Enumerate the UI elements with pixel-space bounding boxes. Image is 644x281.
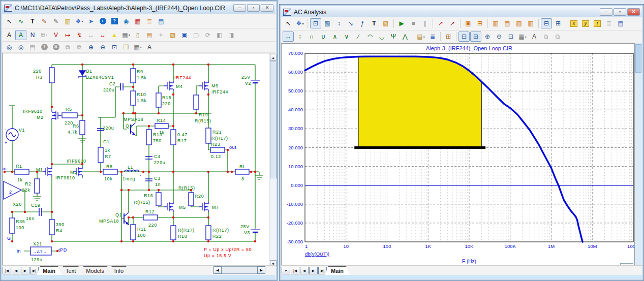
top-curve-button[interactable]: ◠ — [364, 32, 376, 42]
tab-nav-button[interactable]: |◀ — [3, 267, 11, 274]
flag-mode-button[interactable]: ➤ — [85, 16, 97, 26]
tab-models[interactable]: Models — [80, 266, 110, 275]
component-bus-button[interactable]: ▥ — [62, 16, 73, 26]
grid-button[interactable]: ▦▾ — [517, 32, 528, 42]
minimize-button[interactable]: ─ — [233, 4, 246, 12]
help-mode-button[interactable]: ? — [109, 16, 120, 26]
tab-nav-button[interactable]: ▶ — [309, 267, 318, 274]
cursor-left-button[interactable]: ↗ — [435, 18, 446, 28]
node-numbers-button[interactable]: N — [27, 30, 38, 40]
flip-vertical-button[interactable]: ◧ — [214, 30, 225, 40]
maximize-button[interactable]: ▫ — [247, 4, 260, 12]
legend-db-vout[interactable]: db(v(OUT)) — [305, 251, 329, 257]
branch-tree-button[interactable]: ⋀ — [400, 32, 411, 42]
zoom-out-button[interactable]: ⊖ — [494, 32, 505, 42]
properties-button[interactable]: ▧ — [167, 30, 178, 40]
high-button[interactable]: ∧ — [329, 32, 341, 42]
ruler-vertical-button[interactable]: ▥ — [490, 18, 501, 28]
bode-plot[interactable]: 70.00060.00050.00040.00030.00020.00010.0… — [281, 43, 635, 266]
copy-button[interactable]: ⧉▾ — [39, 30, 50, 40]
page-props-button[interactable]: ▤ — [144, 30, 155, 40]
stop-button[interactable]: ■ — [408, 18, 419, 28]
tab-nav-button[interactable]: ◀ — [300, 267, 309, 274]
edit-note-button[interactable]: ▤ — [615, 18, 626, 28]
info-mode-button[interactable]: i — [97, 16, 108, 26]
data-points-button[interactable]: ▣ — [463, 18, 474, 28]
schematic-canvas[interactable]: 220R3D1BZX84C9V1R91.5kIRF244M4M6IRF24425… — [2, 53, 277, 268]
close-button[interactable]: ✕ — [261, 4, 273, 12]
tab-nav-button[interactable]: ▼ — [282, 267, 290, 274]
graphics-mode-button[interactable]: ✎ — [50, 16, 62, 26]
shapes-dropdown-icon[interactable]: ▾ — [81, 19, 83, 23]
text-mode-button[interactable]: T — [27, 16, 38, 26]
fx-mode-button[interactable]: ƒ — [357, 18, 368, 28]
minimize-button[interactable]: ─ — [600, 8, 612, 16]
edit-note-button[interactable]: ▤ — [156, 16, 167, 26]
minus-marks-button[interactable]: ▥ — [525, 18, 536, 28]
text-rows-button[interactable]: ≣ — [144, 16, 155, 26]
text-mode-button[interactable]: T — [369, 18, 380, 28]
grid-button[interactable]: ▦▾ — [120, 30, 132, 40]
tab-main[interactable]: Main — [325, 266, 350, 275]
warning-overlay-button[interactable]: ▲ — [109, 30, 120, 40]
select-box-button[interactable]: ▣ — [179, 30, 190, 40]
wire-mode-button[interactable]: ∿ — [15, 16, 26, 26]
go-to-branch-button[interactable]: ≣ — [603, 18, 615, 28]
clipboard-button[interactable]: ▤▾ — [415, 32, 426, 42]
zoom-100-button[interactable]: ⊡ — [505, 32, 516, 42]
grid-dropdown-icon[interactable]: ▾ — [129, 33, 130, 37]
cascade-button[interactable]: ⧉ — [62, 42, 73, 52]
bottom-curve-button[interactable]: ◡ — [376, 32, 387, 42]
pan-mode-button[interactable]: ↕ — [333, 18, 345, 28]
tile-button[interactable]: ⧉ — [552, 32, 563, 42]
scroll-right-icon[interactable]: ▶ — [257, 266, 265, 274]
cursor-fx-button[interactable]: ƒ — [592, 18, 603, 28]
valley-button[interactable]: ∪ — [318, 32, 329, 42]
plot-vertical-scrollbar[interactable] — [635, 43, 642, 266]
zoom-in-button[interactable]: ⊕ — [482, 32, 493, 42]
shapes-button[interactable]: ❖▾ — [74, 16, 85, 26]
numeric-output-button[interactable]: ≣ — [427, 32, 438, 42]
tab-main[interactable]: Main — [37, 266, 62, 275]
font-button[interactable]: A — [144, 42, 155, 52]
region-box-button[interactable]: ▢ — [191, 30, 202, 40]
scroll-up-icon[interactable]: ▲ — [270, 54, 277, 61]
close-point-button[interactable]: ✕ — [50, 42, 62, 52]
zoom-mode-button[interactable]: ↘ — [345, 18, 356, 28]
clipboard-dropdown-icon[interactable]: ▾ — [423, 35, 425, 39]
find-button[interactable]: ◎ — [4, 42, 15, 52]
tile-button[interactable]: ⧉ — [74, 42, 85, 52]
schematic-vertical-scrollbar[interactable]: ▲ ▼ — [269, 53, 277, 268]
rotate-button[interactable]: ⟳ — [202, 30, 213, 40]
scroll-left-icon[interactable]: ◀ — [213, 266, 222, 274]
page-flip-button[interactable]: ❐ — [120, 42, 132, 52]
tab-nav-button[interactable]: ◀ — [12, 267, 20, 274]
flip-horizontal-button[interactable]: ◨ — [226, 30, 237, 40]
horizontal-scrollbar[interactable]: ◀ ▶ — [213, 266, 265, 274]
tab-info[interactable]: Info — [108, 266, 130, 275]
peak-button[interactable]: ∩ — [306, 32, 317, 42]
cursor-x-button[interactable]: x — [568, 18, 579, 28]
notepad-button[interactable]: ▤ — [27, 42, 38, 52]
cascade-button[interactable]: ⧉ — [540, 32, 551, 42]
node-voltages-button[interactable]: V — [50, 30, 62, 40]
browser-button[interactable]: ◉ — [120, 16, 132, 26]
line-mode-button[interactable]: ✎ — [39, 16, 50, 26]
copy-dropdown-icon[interactable]: ▾ — [46, 33, 47, 37]
scrollbar-thumb[interactable] — [270, 61, 277, 178]
find-next-button[interactable]: ◎ — [15, 42, 26, 52]
run-button[interactable]: ▶ — [396, 18, 407, 28]
cursor-y-button[interactable]: y — [580, 18, 591, 28]
pause-button[interactable]: ∥ — [419, 18, 431, 28]
calculator-button[interactable]: ⊞ — [443, 32, 454, 42]
ruler-horizontal-button[interactable]: ▤ — [502, 18, 513, 28]
schematic-titlebar[interactable]: C:\MC11\DATA\Petrov\Pass_Labs\Aleph-3\Al… — [2, 2, 275, 14]
select-tool-button[interactable]: ↖ — [4, 16, 15, 26]
x-axis-settings-button[interactable]: ⊟ — [458, 32, 470, 42]
cursor-right-button[interactable]: ↗ — [447, 18, 458, 28]
power-button[interactable]: ↯ — [74, 30, 85, 40]
y-axis-settings-button[interactable]: ⊞ — [470, 32, 481, 42]
grid-2-button[interactable]: ▦▾ — [132, 42, 143, 52]
pin-connections-button[interactable]: ↔ — [97, 30, 108, 40]
info-point-button[interactable]: ! — [39, 42, 50, 52]
